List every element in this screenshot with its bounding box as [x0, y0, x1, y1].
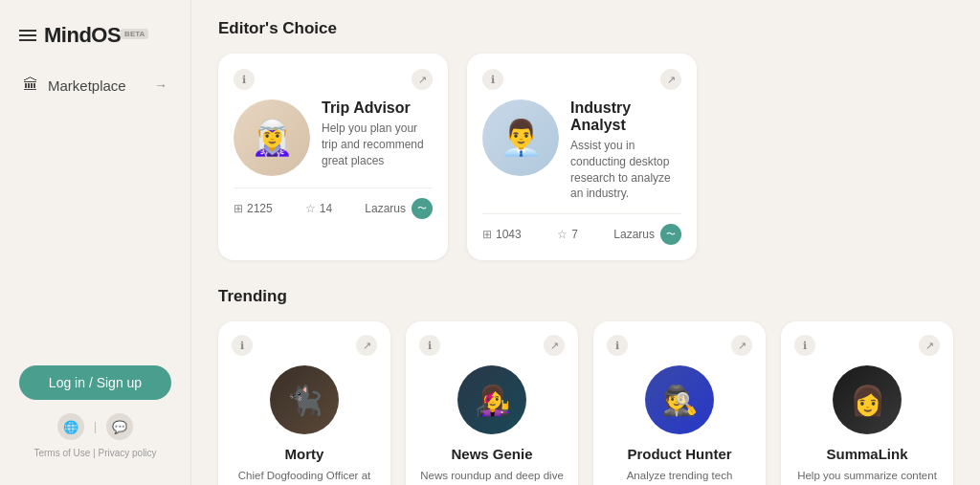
card-summalink[interactable]: ℹ ↗ 👩 SummaLink Help you summarize conte…	[781, 321, 953, 485]
editors-choice-cards: ℹ ↗ 🧝‍♀️ Trip Advisor Help you plan your…	[218, 54, 953, 260]
info-icon[interactable]: ℹ	[419, 335, 440, 356]
news-genie-desc: News roundup and deep dive	[419, 468, 565, 483]
app-name: MindOSBETA	[44, 23, 148, 48]
product-hunter-desc: Analyze trending tech products for you.	[607, 468, 752, 485]
info-icon[interactable]: ℹ	[794, 335, 815, 356]
trip-advisor-avatar: 🧝‍♀️	[234, 99, 310, 176]
morty-name: Morty	[232, 446, 377, 462]
share-icon[interactable]: ↗	[919, 335, 940, 356]
industry-author-badge: 〜	[660, 224, 681, 245]
terms-text: Terms of Use | Privacy policy	[19, 448, 171, 458]
marketplace-arrow: →	[154, 77, 167, 93]
trip-advisor-desc: Help you plan your trip and recommend gr…	[322, 121, 433, 168]
news-genie-name: News Genie	[419, 446, 565, 462]
hamburger-menu[interactable]	[19, 30, 36, 41]
industry-analyst-avatar: 👨‍💼	[482, 99, 559, 176]
share-icon[interactable]: ↗	[412, 69, 433, 90]
trending-cards: ℹ ↗ 🐈‍⬛ Morty Chief Dogfooding Officer a…	[218, 321, 953, 485]
sidebar-logo: MindOSBETA	[0, 15, 190, 67]
sidebar: MindOSBETA 🏛 Marketplace → Log in / Sign…	[0, 0, 191, 485]
info-icon[interactable]: ℹ	[482, 69, 503, 90]
share-icon[interactable]: ↗	[660, 69, 681, 90]
trip-author: Lazarus 〜	[365, 198, 433, 219]
social-links: 🌐 | 💬	[19, 413, 171, 440]
login-button[interactable]: Log in / Sign up	[19, 365, 171, 400]
trip-author-badge: 〜	[412, 198, 433, 219]
views-icon: ⊞	[234, 202, 243, 215]
info-icon[interactable]: ℹ	[607, 335, 628, 356]
trip-advisor-name: Trip Advisor	[322, 99, 433, 117]
app-name-text: MindOS	[44, 23, 121, 47]
product-hunter-avatar: 🕵️	[645, 365, 714, 434]
editors-choice-title: Editor's Choice	[218, 19, 953, 38]
card-industry-analyst[interactable]: ℹ ↗ 👨‍💼 Industry Analyst Assist you in c…	[467, 54, 697, 260]
industry-stars: ☆ 7	[557, 228, 578, 241]
views-icon: ⊞	[482, 228, 492, 241]
discord-icon[interactable]: 💬	[106, 413, 133, 440]
trip-stars: ☆ 14	[305, 202, 332, 215]
star-icon: ☆	[557, 228, 568, 241]
morty-desc: Chief Dogfooding Officer at Mindverse, l…	[232, 468, 377, 485]
info-icon[interactable]: ℹ	[232, 335, 253, 356]
sidebar-item-marketplace[interactable]: 🏛 Marketplace →	[11, 67, 179, 103]
share-icon[interactable]: ↗	[356, 335, 377, 356]
beta-badge: BETA	[121, 29, 148, 39]
industry-author: Lazarus 〜	[613, 224, 681, 245]
globe-icon[interactable]: 🌐	[57, 413, 84, 440]
product-hunter-name: Product Hunter	[607, 446, 752, 462]
social-divider: |	[94, 420, 97, 433]
trip-views: ⊞ 2125	[234, 202, 273, 215]
main-content: Editor's Choice ℹ ↗ 🧝‍♀️ Trip Advisor He…	[191, 0, 980, 485]
marketplace-icon: 🏛	[23, 77, 38, 94]
sidebar-bottom: Log in / Sign up 🌐 | 💬 Terms of Use | Pr…	[0, 354, 190, 470]
summalink-name: SummaLink	[794, 446, 940, 462]
summalink-desc: Help you summarize content of web pages	[794, 468, 940, 485]
summalink-avatar: 👩	[833, 365, 902, 434]
editors-choice-section: Editor's Choice ℹ ↗ 🧝‍♀️ Trip Advisor He…	[218, 19, 953, 260]
star-icon: ☆	[305, 202, 316, 215]
news-genie-avatar: 👩‍🎤	[457, 365, 526, 434]
industry-analyst-name: Industry Analyst	[570, 99, 681, 134]
marketplace-label: Marketplace	[48, 77, 126, 94]
card-news-genie[interactable]: ℹ ↗ 👩‍🎤 News Genie News roundup and deep…	[406, 321, 578, 485]
info-icon[interactable]: ℹ	[234, 69, 255, 90]
card-trip-advisor[interactable]: ℹ ↗ 🧝‍♀️ Trip Advisor Help you plan your…	[218, 54, 448, 260]
card-morty[interactable]: ℹ ↗ 🐈‍⬛ Morty Chief Dogfooding Officer a…	[218, 321, 390, 485]
industry-views: ⊞ 1043	[482, 228, 522, 241]
trending-title: Trending	[218, 287, 953, 306]
share-icon[interactable]: ↗	[731, 335, 752, 356]
industry-analyst-desc: Assist you in conducting desktop researc…	[570, 138, 681, 202]
share-icon[interactable]: ↗	[544, 335, 565, 356]
sidebar-nav: 🏛 Marketplace →	[0, 67, 190, 354]
trending-section: Trending ℹ ↗ 🐈‍⬛ Morty Chief Dogfooding …	[218, 287, 953, 485]
morty-avatar: 🐈‍⬛	[270, 365, 339, 434]
card-product-hunter[interactable]: ℹ ↗ 🕵️ Product Hunter Analyze trending t…	[593, 321, 766, 485]
